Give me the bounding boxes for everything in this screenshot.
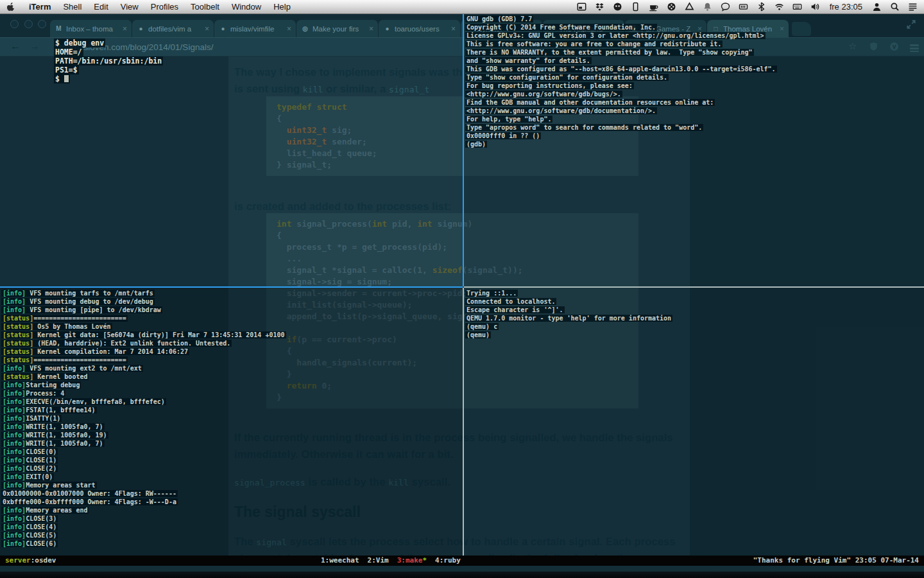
- log-line: [info]Process: 4: [1, 389, 286, 398]
- terminal-pane-kernel-log[interactable]: [info] VFS mounting tarfs to /mnt/tarfs[…: [0, 288, 463, 556]
- menu-edit[interactable]: Edit: [94, 2, 108, 12]
- log-line: [info]CLOSE(4): [1, 523, 286, 531]
- log-line: [status]========================: [1, 314, 286, 322]
- wifi-icon[interactable]: [774, 2, 784, 12]
- tmux-window-list: 1:weechat2:Vim3:make*4:ruby: [321, 556, 461, 566]
- terminal-line: Trying ::1...: [465, 289, 672, 297]
- terminal-line: PATH=/bin:/usr/sbin:/bin: [54, 57, 163, 66]
- log-line: [status] Kernel booted: [1, 372, 286, 381]
- menu-clock[interactable]: fre 23:05: [828, 2, 864, 12]
- bluetooth-icon[interactable]: [757, 2, 766, 12]
- keyboard-icon[interactable]: [792, 2, 802, 12]
- terminal-line: $ debug env: [54, 39, 163, 48]
- log-line: [info]CLOSE(5): [1, 531, 286, 539]
- terminal-line: 0x0000fff0 in ?? (): [465, 132, 777, 140]
- log-line: [status] Kernel compilation: Mar 7 2014 …: [1, 347, 286, 356]
- log-line: 0x01000000-0x01007000 Owner: 4Flags: RW-…: [1, 489, 286, 498]
- volume-icon[interactable]: [810, 2, 820, 12]
- terminal-line: Connected to localhost.: [465, 297, 672, 306]
- menu-toolbelt[interactable]: Toolbelt: [191, 2, 219, 12]
- log-line: [info] VFS mounting tarfs to /mnt/tarfs: [1, 289, 286, 297]
- window-icon[interactable]: [577, 2, 586, 12]
- desktop-shadow-strip: [0, 572, 924, 578]
- tmux-window-3:make[interactable]: 3:make*: [397, 556, 427, 566]
- terminal-line: and "show warranty" for details.: [465, 57, 777, 65]
- menu-items: iTermShellEditViewProfilesToolbeltWindow…: [29, 2, 291, 12]
- terminal-line: Type "apropos word" to search for comman…: [465, 123, 777, 132]
- drive-icon[interactable]: [685, 2, 694, 12]
- terminal-line: Copyright (C) 2014 Free Software Foundat…: [465, 23, 777, 31]
- tmux-session: server:osdev: [5, 556, 56, 566]
- terminal-line: GNU gdb (GDB) 7.7: [465, 15, 777, 23]
- menu-window[interactable]: Window: [232, 2, 261, 12]
- menu-profiles[interactable]: Profiles: [151, 2, 178, 12]
- menu-status-icons: [577, 2, 820, 12]
- log-line: [info]Starting debug: [1, 381, 286, 389]
- log-line: [info]Memory areas end: [1, 506, 286, 514]
- log-line: [info] VFS mounting [pipe] to /dev/kbdra…: [1, 306, 286, 314]
- battery-icon[interactable]: [739, 2, 748, 12]
- log-line: [info]CLOSE(0): [1, 448, 286, 456]
- tmux-window-1:weechat[interactable]: 1:weechat: [321, 556, 359, 566]
- coffee-icon[interactable]: [649, 2, 658, 12]
- menu-shell[interactable]: Shell: [63, 2, 81, 12]
- terminal-pane-shell[interactable]: $ debug envHOME=/PATH=/bin:/usr/sbin:/bi…: [0, 14, 463, 286]
- desktop: iTermShellEditViewProfilesToolbeltWindow…: [0, 0, 924, 578]
- apple-menu-icon[interactable]: [6, 2, 15, 12]
- log-line: [info]CLOSE(6): [1, 539, 286, 548]
- terminal-pane-gdb[interactable]: GNU gdb (GDB) 7.7Copyright (C) 2014 Free…: [464, 14, 924, 286]
- terminal-line: Escape character is '^]'.: [465, 306, 672, 314]
- terminal-line: For bug reporting instructions, please s…: [465, 82, 777, 90]
- log-line: [info]CLOSE(3): [1, 514, 286, 523]
- menu-view[interactable]: View: [121, 2, 139, 12]
- terminal-line: (qemu): [465, 331, 672, 339]
- log-line: [info]EXECVE(/bin/env, bfffefa8, bfffefe…: [1, 398, 286, 406]
- tmux-window-4:ruby[interactable]: 4:ruby: [435, 556, 461, 566]
- log-line: [info]WRITE(1, 1005fa0, 7): [1, 423, 286, 431]
- terminal-line: <http://www.gnu.org/software/gdb/bugs/>.: [465, 90, 777, 98]
- terminal-pane-qemu-monitor[interactable]: Trying ::1...Connected to localhost.Esca…: [464, 288, 924, 556]
- terminal-line: Find the GDB manual and other documentat…: [465, 98, 777, 107]
- terminal-cursor: [64, 75, 69, 82]
- log-line: [info]WRITE(1, 1005fa0, 19): [1, 431, 286, 439]
- chat-icon[interactable]: [721, 2, 730, 12]
- log-line: [info]EXIT(0): [1, 473, 286, 481]
- terminal-line: <http://www.gnu.org/software/gdb/documen…: [465, 107, 777, 115]
- menu-right-icons: [872, 2, 918, 12]
- tmux-status-bar: server:osdev 1:weechat2:Vim3:make*4:ruby…: [0, 556, 924, 566]
- log-line: [info]ISATTY(1): [1, 414, 286, 423]
- dropbox-icon[interactable]: [595, 2, 604, 12]
- tmux-window-2:Vim[interactable]: 2:Vim: [368, 556, 389, 566]
- terminal-line: $: [54, 74, 163, 83]
- terminal-line: (qemu) c: [465, 322, 672, 331]
- log-line: 0xbfffe000-0xbffff000 Owner: 4Flags: -W-…: [1, 498, 286, 506]
- terminal-line: (gdb): [465, 140, 777, 148]
- terminal-line: This is free software: you are free to c…: [465, 40, 777, 48]
- menu-iterm[interactable]: iTerm: [29, 2, 51, 12]
- menu-help[interactable]: Help: [273, 2, 291, 12]
- notification-list-icon[interactable]: [908, 2, 918, 12]
- log-line: [info]CLOSE(1): [1, 456, 286, 464]
- display-icon[interactable]: [631, 2, 640, 12]
- log-line: [info] VFS mounting debug to /dev/debug: [1, 297, 286, 306]
- menu-bar: iTermShellEditViewProfilesToolbeltWindow…: [0, 0, 924, 14]
- log-line: [info]FSTAT(1, bfffee14): [1, 406, 286, 414]
- log-line: [status]========================: [1, 356, 286, 364]
- log-line: [info]Memory areas start: [1, 481, 286, 489]
- tmux-status-right: "Thanks for flying Vim" 23:05 07-Mar-14: [753, 556, 919, 566]
- log-line: [status] Kernel git data: [5e6074a (dirt…: [1, 331, 286, 339]
- terminal-line: PS1=$: [54, 66, 163, 74]
- user-icon[interactable]: [872, 2, 882, 12]
- log-line: [info] VFS mounting ext2 to /mnt/ext: [1, 364, 286, 372]
- window-bottom-edge: [0, 566, 924, 572]
- log-line: [info]WRITE(1, 1005fa0, 7): [1, 439, 286, 448]
- log-line: [status] Os5 by Thomas Lovén: [1, 322, 286, 331]
- film-icon[interactable]: [667, 2, 676, 12]
- bell-icon[interactable]: [703, 2, 712, 12]
- terminal-line: Type "show configuration" for configurat…: [465, 73, 777, 82]
- terminal-line: This GDB was configured as "--host=x86_6…: [465, 65, 777, 73]
- terminal-line: For help, type "help".: [465, 115, 777, 123]
- face-icon[interactable]: [613, 2, 622, 12]
- search-icon[interactable]: [890, 2, 900, 12]
- log-line: [info]CLOSE(2): [1, 464, 286, 473]
